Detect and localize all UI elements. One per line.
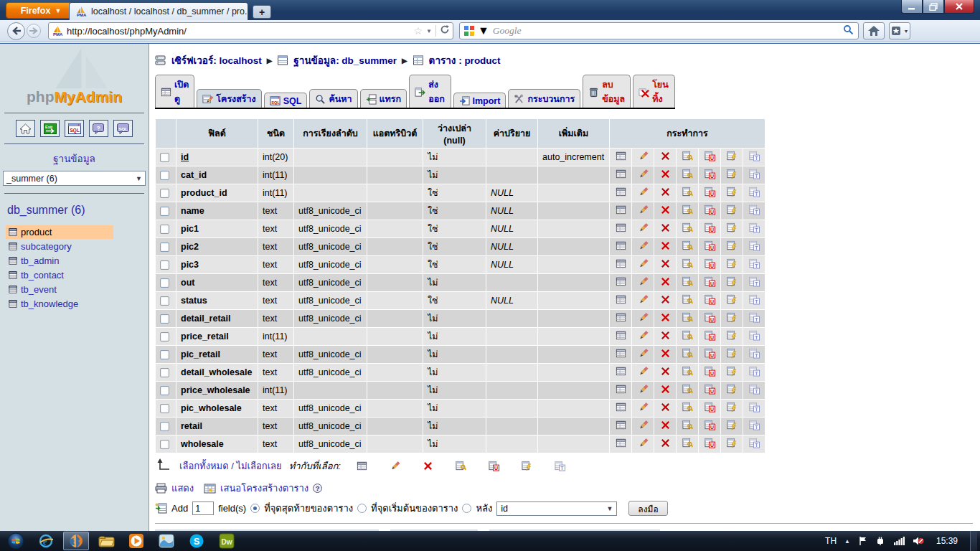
index-icon[interactable] <box>727 312 738 323</box>
drop-icon[interactable] <box>660 438 671 448</box>
primary-icon[interactable] <box>682 420 693 430</box>
firefox-menu-button[interactable]: Firefox ▼ <box>6 2 76 19</box>
search-input[interactable]: Google <box>493 25 839 37</box>
unique-icon[interactable]: U <box>705 312 715 323</box>
browse-icon[interactable] <box>616 151 626 161</box>
row-checkbox[interactable] <box>160 404 169 413</box>
fulltext-icon[interactable]: T <box>749 276 760 287</box>
tab-import[interactable]: Import <box>453 93 507 108</box>
home-icon[interactable] <box>16 120 35 137</box>
propose-structure-link[interactable]: เสนอโครงสร้างตาราง <box>220 481 308 496</box>
url-input[interactable]: http://localhost/phpMyAdmin/ <box>67 26 410 37</box>
radio-after[interactable] <box>462 504 471 513</box>
index-icon[interactable] <box>727 384 738 395</box>
row-checkbox[interactable] <box>160 332 169 342</box>
drop-icon[interactable] <box>660 366 671 377</box>
fulltext-icon[interactable]: T <box>749 204 760 215</box>
change-icon[interactable] <box>638 151 649 161</box>
print-view-link[interactable]: แสดง <box>171 481 194 496</box>
drop-icon[interactable] <box>660 240 671 251</box>
change-icon[interactable] <box>638 169 649 179</box>
primary-icon[interactable] <box>682 169 693 179</box>
fulltext-icon[interactable]: T <box>749 366 760 377</box>
primary-icon[interactable] <box>682 366 693 377</box>
drop-icon[interactable] <box>660 222 671 233</box>
browse-icon[interactable] <box>616 276 626 287</box>
row-checkbox[interactable] <box>160 278 169 288</box>
sidebar-table-tb_knowledge[interactable]: tb_knowledge <box>6 297 113 311</box>
index-icon[interactable] <box>727 438 738 448</box>
forward-button[interactable] <box>27 24 41 38</box>
index-icon[interactable] <box>727 169 738 179</box>
index-icon[interactable] <box>727 151 738 161</box>
primary-icon[interactable] <box>682 222 693 233</box>
tab-insert[interactable]: แทรก <box>360 89 407 108</box>
add-field-go-button[interactable]: ลงมือ <box>628 501 667 516</box>
sidebar-table-product[interactable]: product <box>6 225 113 239</box>
primary-icon[interactable] <box>682 330 693 341</box>
sql-window-icon[interactable]: SQL <box>65 120 84 137</box>
primary-icon[interactable] <box>682 438 693 448</box>
change-icon[interactable] <box>638 258 649 269</box>
change-icon[interactable] <box>638 438 649 448</box>
fulltext-icon[interactable]: T <box>749 169 760 179</box>
row-checkbox[interactable] <box>160 260 169 270</box>
fulltext-icon[interactable]: T <box>749 384 760 395</box>
unique-icon[interactable]: U <box>705 294 715 305</box>
change-icon[interactable] <box>638 294 649 305</box>
taskbar-ie-button[interactable]: e <box>33 532 59 550</box>
search-icon[interactable] <box>843 24 854 38</box>
change-icon[interactable] <box>638 366 649 377</box>
help-icon[interactable]: ? <box>313 484 322 493</box>
new-tab-button[interactable]: + <box>253 5 271 19</box>
search-box[interactable]: ▼ Google <box>459 22 859 39</box>
drop-icon[interactable] <box>423 461 433 471</box>
after-label[interactable]: หลัง <box>476 501 492 516</box>
drop-icon[interactable] <box>660 276 671 287</box>
unique-icon[interactable]: U <box>705 169 715 179</box>
add-count-input[interactable] <box>192 501 214 515</box>
primary-icon[interactable] <box>682 258 693 269</box>
drop-icon[interactable] <box>660 294 671 305</box>
docs-question-icon[interactable]: ? <box>89 120 108 137</box>
fulltext-icon[interactable]: T <box>749 258 760 269</box>
browse-icon[interactable] <box>616 258 626 269</box>
reload-icon[interactable] <box>440 24 450 37</box>
browse-icon[interactable] <box>616 384 626 395</box>
change-icon[interactable] <box>638 240 649 251</box>
browse-icon[interactable] <box>357 461 367 471</box>
taskbar-appserv-button[interactable] <box>154 532 179 550</box>
sidebar-table-subcategory[interactable]: subcategory <box>6 240 113 253</box>
bookmark-star-icon[interactable]: ☆ <box>414 25 423 37</box>
url-dropdown-icon[interactable]: ▼ <box>426 28 432 34</box>
browse-icon[interactable] <box>616 420 626 430</box>
unique-icon[interactable]: U <box>705 151 715 161</box>
sidebar-table-tb_contact[interactable]: tb_contact <box>6 268 113 282</box>
breadcrumb-server[interactable]: เซิร์ฟเวอร์: localhost <box>171 52 262 68</box>
index-icon[interactable] <box>727 276 738 287</box>
taskbar-media-player-button[interactable] <box>123 532 149 550</box>
unique-icon[interactable]: U <box>705 384 715 395</box>
row-checkbox[interactable] <box>160 422 169 431</box>
index-icon[interactable] <box>727 187 738 197</box>
browse-icon[interactable] <box>616 222 626 233</box>
close-button[interactable] <box>944 0 974 14</box>
primary-icon[interactable] <box>682 204 693 215</box>
row-checkbox[interactable] <box>160 296 169 306</box>
unique-icon[interactable]: U <box>705 366 715 377</box>
unique-icon[interactable]: U <box>705 276 715 287</box>
at-beginning-label[interactable]: ที่จุดเริ่มต้นของตาราง <box>371 501 458 516</box>
fulltext-icon[interactable]: T <box>749 294 760 305</box>
phpmyadmin-logo[interactable]: phpMyAdmin <box>0 44 149 113</box>
browse-icon[interactable] <box>616 348 626 359</box>
change-icon[interactable] <box>638 187 649 197</box>
index-icon[interactable] <box>727 420 738 430</box>
row-checkbox[interactable] <box>160 242 169 252</box>
minimize-button[interactable] <box>901 0 923 14</box>
breadcrumb-database[interactable]: ฐานข้อมูล: db_summer <box>293 52 397 68</box>
tab-sql[interactable]: SQLSQL <box>264 93 308 108</box>
browse-icon[interactable] <box>616 330 626 341</box>
row-checkbox[interactable] <box>160 314 169 324</box>
index-icon[interactable] <box>727 294 738 305</box>
radio-at-end[interactable] <box>250 504 260 513</box>
